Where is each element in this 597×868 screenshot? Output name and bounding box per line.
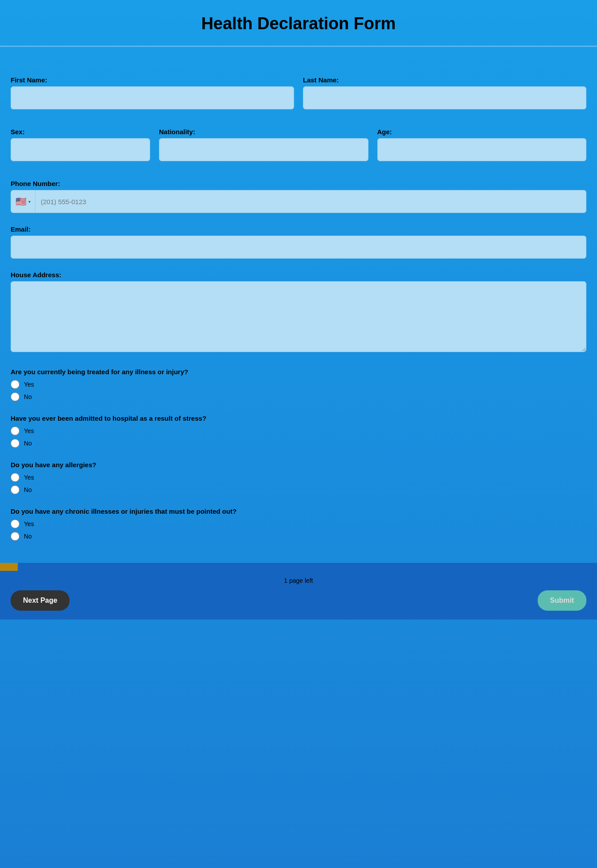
question-2-yes-radio[interactable]	[11, 426, 19, 435]
question-3-no-option[interactable]: No	[11, 485, 586, 494]
address-label: House Address:	[11, 271, 586, 279]
progress-bar-fill	[0, 563, 18, 571]
pages-left-text: 1 page left	[11, 577, 586, 584]
last-name-input[interactable]	[303, 86, 586, 109]
question-4-no-radio[interactable]	[11, 532, 19, 541]
email-input[interactable]	[11, 236, 586, 259]
question-2-no-radio[interactable]	[11, 439, 19, 448]
question-3-section: Do you have any allergies? Yes No	[11, 461, 586, 494]
question-2-yes-option[interactable]: Yes	[11, 426, 586, 435]
first-name-label: First Name:	[11, 76, 294, 84]
page-title: Health Declaration Form	[0, 0, 597, 46]
address-textarea[interactable]	[11, 281, 586, 352]
email-label: Email:	[11, 225, 586, 233]
question-3-no-label: No	[24, 486, 32, 493]
question-1-no-radio[interactable]	[11, 392, 19, 401]
question-1-no-option[interactable]: No	[11, 392, 586, 401]
footer: 1 page left Next Page Submit	[0, 571, 597, 620]
sex-label: Sex:	[11, 128, 150, 136]
next-page-button[interactable]: Next Page	[11, 590, 70, 611]
question-2-no-option[interactable]: No	[11, 439, 586, 448]
progress-bar-container	[0, 563, 597, 571]
question-1-yes-label: Yes	[24, 381, 34, 388]
question-2-text: Have you ever been admitted to hospital …	[11, 415, 586, 422]
question-3-yes-option[interactable]: Yes	[11, 473, 586, 482]
nationality-label: Nationality:	[159, 128, 368, 136]
flag-dropdown-arrow: ▾	[28, 199, 31, 204]
question-2-no-label: No	[24, 440, 32, 447]
question-4-yes-option[interactable]: Yes	[11, 519, 586, 528]
phone-label: Phone Number:	[11, 180, 586, 187]
question-4-text: Do you have any chronic illnesses or inj…	[11, 508, 586, 515]
question-4-yes-radio[interactable]	[11, 519, 19, 528]
question-2-yes-label: Yes	[24, 427, 34, 434]
sex-input[interactable]	[11, 138, 150, 161]
question-3-no-radio[interactable]	[11, 485, 19, 494]
phone-input[interactable]	[35, 190, 586, 213]
age-label: Age:	[377, 128, 587, 136]
age-input[interactable]	[377, 138, 587, 161]
question-1-no-label: No	[24, 393, 32, 400]
question-1-section: Are you currently being treated for any …	[11, 368, 586, 401]
question-4-section: Do you have any chronic illnesses or inj…	[11, 508, 586, 541]
question-1-text: Are you currently being treated for any …	[11, 368, 586, 376]
flag-icon: 🇺🇸	[16, 196, 27, 207]
question-1-yes-option[interactable]: Yes	[11, 380, 586, 389]
first-name-input[interactable]	[11, 86, 294, 109]
question-3-yes-label: Yes	[24, 474, 34, 481]
question-2-section: Have you ever been admitted to hospital …	[11, 415, 586, 448]
question-4-no-option[interactable]: No	[11, 532, 586, 541]
nationality-input[interactable]	[159, 138, 368, 161]
question-4-yes-label: Yes	[24, 520, 34, 527]
phone-wrapper: 🇺🇸 ▾	[11, 190, 586, 213]
question-4-no-label: No	[24, 533, 32, 540]
question-3-yes-radio[interactable]	[11, 473, 19, 482]
question-1-yes-radio[interactable]	[11, 380, 19, 389]
phone-flag[interactable]: 🇺🇸 ▾	[11, 190, 35, 213]
last-name-label: Last Name:	[303, 76, 586, 84]
question-3-text: Do you have any allergies?	[11, 461, 586, 469]
submit-button[interactable]: Submit	[538, 590, 586, 611]
